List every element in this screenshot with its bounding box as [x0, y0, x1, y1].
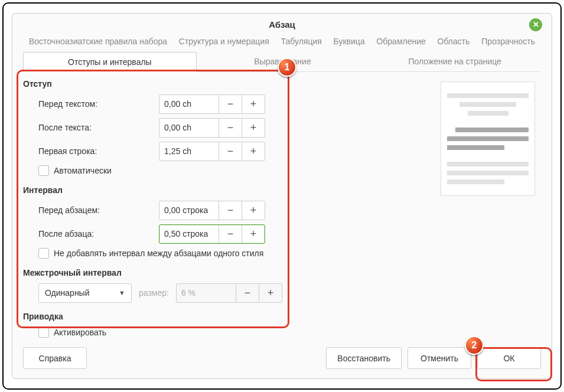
- section-line-spacing: Межстрочный интервал: [23, 268, 292, 277]
- dialog-title: Абзац: [269, 19, 295, 30]
- space-after-spinner[interactable]: − +: [159, 224, 265, 244]
- section-register: Приводка: [23, 312, 292, 321]
- spinner-plus-icon[interactable]: +: [242, 142, 265, 161]
- ok-button[interactable]: ОК: [477, 347, 541, 369]
- indent-after-spinner[interactable]: − +: [159, 118, 265, 138]
- label-no-same-style-space: Не добавлять интервал между абзацами одн…: [54, 249, 263, 258]
- line-spacing-size-spinner: − +: [176, 283, 282, 303]
- label-auto-indent: Автоматически: [54, 166, 112, 175]
- tabs-secondary: Восточноазиатские правила набора Структу…: [23, 34, 541, 52]
- indent-before-input[interactable]: [159, 95, 219, 113]
- spinner-plus-icon[interactable]: +: [242, 201, 265, 220]
- tab-borders[interactable]: Обрамление: [373, 34, 429, 48]
- spinner-plus-icon[interactable]: +: [242, 119, 265, 137]
- checkbox-register-activate[interactable]: [38, 327, 49, 338]
- label-space-after: После абзаца:: [23, 229, 159, 239]
- line-spacing-value: Одинарный: [45, 288, 90, 298]
- tab-tabs[interactable]: Табуляция: [278, 34, 325, 48]
- tab-outline-numbering[interactable]: Структура и нумерация: [175, 34, 273, 48]
- label-indent-after: После текста:: [23, 123, 159, 132]
- spinner-minus-icon: −: [236, 284, 259, 302]
- label-space-before: Перед абзацем:: [23, 205, 159, 215]
- label-indent-first: Первая строка:: [23, 146, 159, 156]
- paragraph-preview: [441, 81, 535, 196]
- preview-area: [441, 72, 541, 340]
- tab-area[interactable]: Область: [434, 34, 474, 48]
- indent-before-spinner[interactable]: − +: [159, 94, 265, 114]
- space-before-spinner[interactable]: − +: [159, 201, 265, 220]
- indent-first-spinner[interactable]: − +: [159, 142, 265, 161]
- spinner-minus-icon[interactable]: −: [219, 142, 242, 161]
- close-icon[interactable]: ✕: [529, 18, 542, 31]
- form-area: Отступ Перед текстом: − + После текста: …: [23, 72, 292, 340]
- indent-after-input[interactable]: [159, 119, 219, 137]
- space-after-input[interactable]: [159, 225, 219, 243]
- tab-alignment[interactable]: Выравнивание: [197, 52, 369, 71]
- line-spacing-size-input: [177, 284, 236, 302]
- cancel-button[interactable]: Отменить: [407, 347, 471, 369]
- label-line-spacing-size: размер:: [139, 288, 169, 298]
- spinner-minus-icon[interactable]: −: [219, 119, 242, 137]
- spinner-minus-icon[interactable]: −: [219, 95, 242, 113]
- tab-text-flow[interactable]: Положение на странице: [369, 52, 541, 71]
- restore-button[interactable]: Восстановить: [326, 347, 402, 369]
- help-button[interactable]: Справка: [23, 347, 87, 369]
- section-spacing: Интервал: [23, 185, 292, 195]
- tab-dropcaps[interactable]: Буквица: [330, 34, 369, 48]
- checkbox-auto-indent[interactable]: [38, 165, 49, 176]
- label-indent-before: Перед текстом:: [23, 99, 159, 109]
- tab-asian-typography[interactable]: Восточноазиатские правила набора: [25, 34, 171, 48]
- space-before-input[interactable]: [159, 201, 219, 220]
- chevron-down-icon: ▼: [119, 289, 125, 296]
- section-indent: Отступ: [23, 79, 292, 89]
- spinner-plus-icon: +: [259, 284, 282, 302]
- tab-indents-spacing[interactable]: Отступы и интервалы: [23, 52, 197, 72]
- titlebar: Абзац ✕: [23, 14, 541, 34]
- spinner-minus-icon[interactable]: −: [219, 201, 242, 220]
- spinner-plus-icon[interactable]: +: [242, 95, 265, 113]
- spinner-plus-icon[interactable]: +: [242, 225, 265, 243]
- tab-transparency[interactable]: Прозрачность: [478, 34, 539, 48]
- spinner-minus-icon[interactable]: −: [219, 225, 242, 243]
- checkbox-no-same-style-space[interactable]: [38, 248, 49, 259]
- paragraph-dialog: Абзац ✕ Восточноазиатские правила набора…: [12, 13, 552, 379]
- tabs-primary: Отступы и интервалы Выравнивание Положен…: [23, 52, 541, 72]
- label-register-activate: Активировать: [54, 328, 106, 337]
- indent-first-input[interactable]: [159, 142, 219, 161]
- line-spacing-dropdown[interactable]: Одинарный ▼: [38, 283, 132, 303]
